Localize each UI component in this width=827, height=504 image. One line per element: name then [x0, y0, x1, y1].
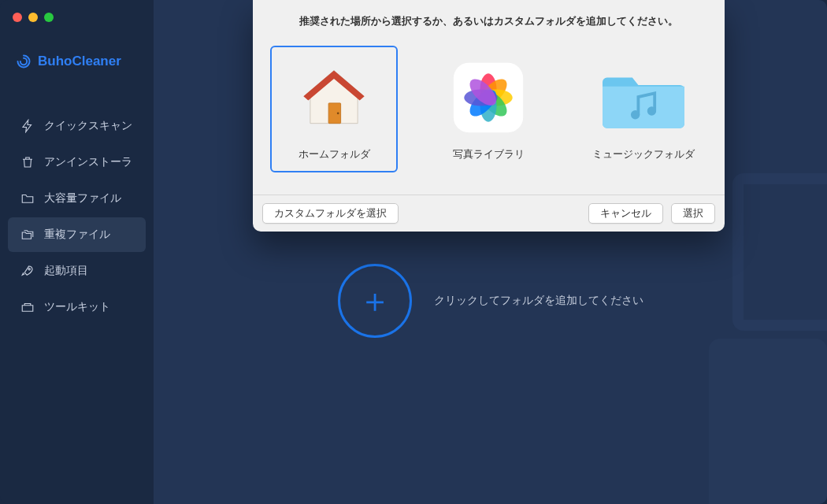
svg-point-16 [647, 106, 656, 115]
svg-point-0 [28, 269, 30, 270]
photos-app-icon [432, 58, 544, 137]
cancel-button[interactable]: キャンセル [588, 203, 663, 224]
add-folder-prompt: ＋ クリックしてフォルダを追加してください [338, 264, 643, 338]
option-music-folder[interactable]: ミュージックフォルダ [580, 46, 707, 172]
music-folder-icon [588, 58, 699, 137]
dialog-footer: カスタムフォルダを選択 キャンセル 選択 [253, 195, 725, 232]
svg-point-15 [631, 110, 640, 119]
duplicate-folder-icon [20, 228, 35, 242]
folder-select-dialog: 推奨された場所から選択するか、あるいはカスタムフォルダを追加してください。 ホー… [253, 0, 725, 232]
sidebar-item-label: 大容量ファイル [44, 191, 121, 206]
add-folder-button[interactable]: ＋ [338, 264, 412, 338]
sidebar-item-quick-scan[interactable]: クイックスキャン [8, 109, 146, 143]
dialog-title: 推奨された場所から選択するか、あるいはカスタムフォルダを追加してください。 [253, 0, 725, 46]
home-folder-icon [278, 58, 390, 137]
sidebar-item-label: 起動項目 [44, 264, 88, 278]
sidebar-item-label: クイックスキャン [44, 119, 132, 133]
option-label: ホームフォルダ [278, 148, 390, 161]
app-logo-icon [16, 54, 32, 69]
folder-icon [20, 191, 35, 206]
app-name: BuhoCleaner [38, 54, 121, 69]
plus-icon: ＋ [358, 284, 391, 317]
select-button[interactable]: 選択 [671, 203, 715, 224]
rocket-icon [20, 264, 35, 278]
sidebar: BuhoCleaner クイックスキャン アンインストーラ 大容量ファイル 重複… [0, 0, 154, 504]
svg-point-5 [337, 112, 339, 114]
option-label: ミュージックフォルダ [588, 148, 699, 161]
sidebar-item-large-files[interactable]: 大容量ファイル [8, 181, 146, 216]
dialog-option-row: ホームフォルダ 写真ライブラ [253, 46, 725, 195]
sidebar-item-duplicate-files[interactable]: 重複ファイル [8, 217, 146, 252]
app-brand: BuhoCleaner [0, 54, 154, 69]
maximize-window-button[interactable] [44, 13, 54, 22]
close-window-button[interactable] [13, 13, 22, 22]
option-home-folder[interactable]: ホームフォルダ [270, 46, 398, 172]
sidebar-item-label: 重複ファイル [44, 228, 110, 242]
custom-folder-button[interactable]: カスタムフォルダを選択 [262, 203, 399, 224]
toolkit-icon [20, 300, 35, 314]
sidebar-item-label: アンインストーラ [44, 155, 132, 169]
sidebar-item-startup-items[interactable]: 起動項目 [8, 254, 146, 288]
sidebar-item-toolkit[interactable]: ツールキット [8, 290, 146, 324]
lightning-icon [20, 119, 35, 133]
option-label: 写真ライブラリ [432, 148, 544, 161]
trash-icon [20, 155, 35, 169]
add-folder-hint: クリックしてフォルダを追加してください [434, 294, 643, 308]
option-photo-library[interactable]: 写真ライブラリ [425, 46, 552, 172]
window-controls [0, 13, 154, 22]
sidebar-item-label: ツールキット [44, 300, 110, 314]
sidebar-item-uninstaller[interactable]: アンインストーラ [8, 145, 146, 180]
minimize-window-button[interactable] [28, 13, 38, 22]
